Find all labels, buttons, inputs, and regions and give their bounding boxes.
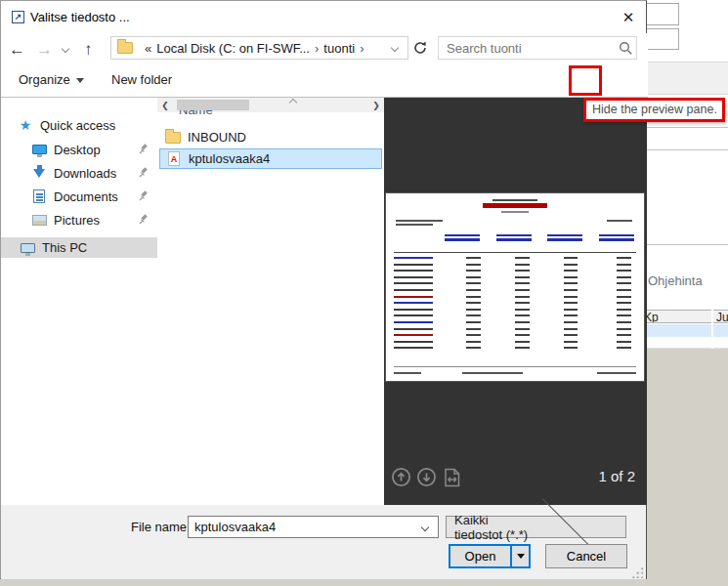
preview-column-headers bbox=[445, 234, 634, 241]
preview-pane-tooltip: Hide the preview pane. bbox=[583, 98, 725, 122]
up-button[interactable]: ↑ bbox=[84, 38, 93, 62]
sidebar-item-this-pc[interactable]: This PC bbox=[1, 237, 157, 258]
background-divider-1 bbox=[647, 127, 728, 128]
sidebar-item-quick-access[interactable]: ★ Quick access bbox=[1, 115, 157, 135]
file-name-label: File name: bbox=[131, 520, 191, 534]
title-bar: ↗ Valitse tiedosto ... ✕ bbox=[1, 1, 646, 33]
breadcrumb-overflow[interactable]: « bbox=[140, 41, 156, 56]
open-dropdown-icon bbox=[517, 554, 525, 559]
pin-icon bbox=[139, 214, 150, 225]
pictures-icon bbox=[30, 215, 48, 226]
screen: Ohjehinta Kp Juo ↗ Valitse tiedosto ... … bbox=[0, 0, 728, 586]
open-button[interactable]: Open bbox=[449, 544, 531, 568]
pdf-file-icon: A bbox=[165, 151, 183, 166]
background-toolbar-band bbox=[647, 62, 728, 95]
scroll-right-icon[interactable]: ❯ bbox=[368, 101, 384, 110]
background-column-divider bbox=[711, 310, 713, 349]
open-split-dropdown[interactable] bbox=[510, 546, 529, 566]
search-box bbox=[438, 36, 637, 60]
close-button[interactable]: ✕ bbox=[615, 5, 642, 30]
quick-access-star-icon: ★ bbox=[17, 117, 34, 133]
background-empty-row bbox=[641, 337, 728, 349]
file-name-dropdown-icon[interactable] bbox=[421, 523, 429, 530]
this-pc-icon bbox=[19, 243, 36, 253]
pin-icon bbox=[139, 190, 150, 201]
background-divider-2 bbox=[647, 149, 728, 150]
sidebar-item-documents[interactable]: Documents bbox=[1, 187, 157, 206]
pin-icon bbox=[139, 167, 150, 178]
breadcrumb-separator-icon: › bbox=[355, 41, 368, 56]
new-folder-button[interactable]: New folder bbox=[111, 72, 172, 87]
dialog-footer: File name: Kaikki tiedostot (*.*) Open C… bbox=[1, 505, 646, 579]
next-page-icon[interactable] bbox=[416, 467, 437, 487]
scroll-left-icon[interactable]: ❮ bbox=[157, 101, 173, 110]
downloads-icon bbox=[30, 169, 48, 178]
preview-pane: 1 of 2 bbox=[384, 98, 647, 505]
breadcrumb[interactable]: « Local Disk (C: on FI-SWF... › tuonti › bbox=[110, 36, 408, 60]
horizontal-scrollbar[interactable]: ❮ ❯ bbox=[157, 98, 384, 112]
organize-button[interactable]: Organize bbox=[19, 72, 70, 87]
dialog-icon: ↗ bbox=[12, 11, 24, 23]
sidebar-item-downloads[interactable]: Downloads bbox=[1, 163, 157, 183]
back-button[interactable]: ← bbox=[9, 38, 25, 62]
breadcrumb-separator-icon: › bbox=[310, 41, 323, 56]
fit-page-icon[interactable] bbox=[444, 468, 461, 487]
file-type-combobox[interactable]: Kaikki tiedostot (*.*) bbox=[446, 516, 626, 538]
file-name-combobox bbox=[188, 516, 439, 538]
navigation-sidebar: ★ Quick access Desktop Downloads Documen… bbox=[1, 98, 157, 505]
organize-dropdown-icon[interactable] bbox=[76, 78, 84, 83]
background-selected-row bbox=[641, 324, 728, 337]
preview-footer bbox=[394, 366, 636, 371]
background-app-panel bbox=[647, 0, 728, 349]
navigation-bar: ← → ↑ « Local Disk (C: on FI-SWF... › tu… bbox=[1, 33, 648, 62]
background-field-1 bbox=[647, 3, 679, 25]
address-dropdown-icon[interactable] bbox=[391, 44, 399, 52]
file-type-value: Kaikki tiedostot (*.*) bbox=[447, 513, 532, 542]
resize-grip[interactable] bbox=[630, 565, 643, 578]
sidebar-item-pictures[interactable]: Pictures bbox=[1, 210, 157, 230]
search-input[interactable] bbox=[439, 41, 619, 56]
history-chevron-icon[interactable] bbox=[62, 45, 69, 53]
documents-icon bbox=[30, 189, 48, 203]
folder-icon bbox=[164, 132, 182, 144]
document-preview bbox=[386, 193, 644, 381]
file-open-dialog: ↗ Valitse tiedosto ... ✕ ← → ↑ « Local D… bbox=[0, 0, 647, 579]
background-divider-3 bbox=[647, 244, 728, 245]
refresh-icon[interactable] bbox=[412, 40, 428, 56]
background-field-2 bbox=[647, 28, 679, 50]
background-price-label: Ohjehinta bbox=[648, 273, 703, 288]
annotation-highlight-box bbox=[569, 65, 602, 96]
background-column-kp: Kp bbox=[641, 310, 711, 323]
file-list: Name INBOUND A kptulosvaaka4 ❮ ❯ bbox=[157, 98, 384, 505]
page-indicator: 1 of 2 bbox=[598, 468, 635, 484]
previous-page-icon[interactable] bbox=[391, 467, 411, 487]
forward-button[interactable]: → bbox=[36, 38, 53, 62]
command-toolbar: Organize New folder ? bbox=[1, 62, 648, 98]
file-name-input[interactable] bbox=[189, 520, 422, 534]
file-row-inbound[interactable]: INBOUND bbox=[159, 127, 382, 147]
sidebar-item-desktop[interactable]: Desktop bbox=[1, 140, 157, 159]
pin-icon bbox=[139, 144, 150, 154]
breadcrumb-segment-drive[interactable]: Local Disk (C: on FI-SWF... bbox=[156, 41, 310, 56]
scrollbar-thumb[interactable] bbox=[177, 100, 249, 110]
file-row-kptulosvaaka4[interactable]: A kptulosvaaka4 bbox=[159, 148, 382, 169]
folder-icon bbox=[116, 42, 134, 54]
background-column-juo: Juo bbox=[713, 310, 728, 323]
breadcrumb-segment-tuonti[interactable]: tuonti bbox=[323, 41, 355, 56]
desktop-icon bbox=[30, 145, 48, 154]
cancel-button[interactable]: Cancel bbox=[545, 544, 627, 568]
dialog-title: Valitse tiedosto ... bbox=[30, 10, 130, 24]
search-icon[interactable] bbox=[619, 41, 633, 56]
preview-rows bbox=[394, 252, 636, 354]
